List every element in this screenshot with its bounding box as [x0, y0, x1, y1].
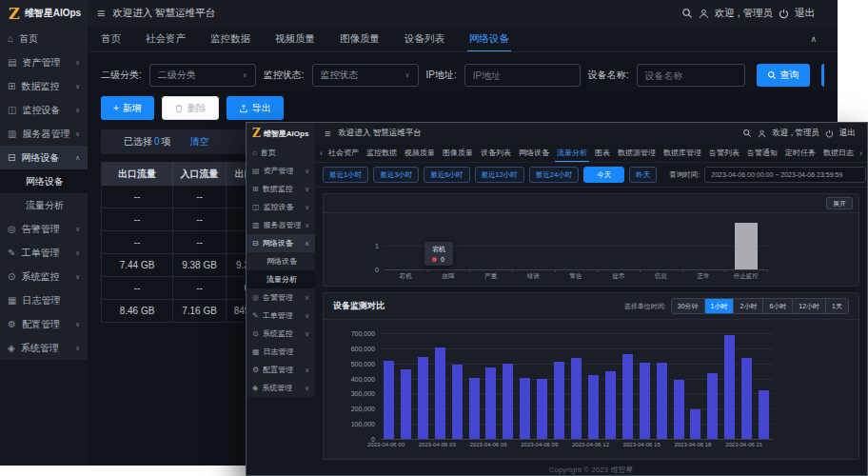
sidebar-item-monitor-device[interactable]: ◫监控设备∨ [0, 98, 88, 122]
traffic-bar[interactable] [469, 378, 480, 439]
tab-图像质量[interactable]: 图像质量 [443, 148, 473, 158]
status-select[interactable]: 监控状态 ∨ [312, 64, 419, 87]
tab-流量分析[interactable]: 流量分析 [557, 148, 587, 158]
traffic-bar[interactable] [401, 369, 411, 439]
sidebar-item-network-device-sub[interactable]: 网络设备 [247, 252, 315, 270]
tab-图像质量[interactable]: 图像质量 [340, 32, 380, 46]
quick-range-button[interactable]: 最近1小时 [323, 167, 368, 183]
sidebar-item-log-management[interactable]: ▦日志管理 [0, 288, 88, 312]
traffic-bar[interactable] [707, 373, 718, 439]
date-range-input[interactable]: 2023-04-06 00:00:00 ~ 2023-04-06 23:59:5… [704, 167, 866, 183]
tab-社会资产[interactable]: 社会资产 [328, 148, 359, 158]
traffic-bar[interactable] [520, 378, 530, 439]
traffic-bar[interactable] [605, 371, 616, 440]
unit-button[interactable]: 1天 [826, 299, 848, 313]
sidebar-item-network-device[interactable]: ⊟网络设备∧ [0, 146, 88, 169]
sidebar-item-config-management[interactable]: ⚙配置管理∨ [247, 361, 315, 379]
traffic-bar[interactable] [657, 363, 667, 439]
search-icon[interactable] [681, 8, 693, 19]
sidebar-item-config-management[interactable]: ⚙配置管理∨ [0, 312, 88, 336]
sidebar-item-home[interactable]: ⌂首页 [0, 27, 88, 50]
menu-toggle-icon[interactable]: ≡ [325, 128, 330, 139]
traffic-bar[interactable] [485, 367, 496, 439]
today-button[interactable]: 今天 [583, 167, 624, 183]
collapse-tabs-icon[interactable]: ∧ [810, 34, 824, 44]
device-name-input[interactable] [645, 70, 737, 81]
tab-数据源管理[interactable]: 数据源管理 [618, 148, 656, 158]
tab-告警通知[interactable]: 告警通知 [747, 148, 778, 158]
delete-button[interactable]: 删除 [162, 96, 219, 120]
expand-button[interactable]: 展开 [826, 197, 853, 209]
tabs-scroll-left-icon[interactable]: ‹ [320, 149, 323, 158]
reset-button[interactable]: 重置 [821, 64, 824, 87]
sidebar-item-asset-management[interactable]: ▤资产管理∨ [0, 50, 88, 74]
sidebar-item-asset-management[interactable]: ▤资产管理∨ [247, 162, 315, 180]
sidebar-item-traffic-analysis[interactable]: 流量分析 [0, 193, 88, 217]
traffic-bar[interactable] [452, 365, 463, 439]
tab-定时任务[interactable]: 定时任务 [785, 148, 816, 158]
tab-设备列表[interactable]: 设备列表 [481, 148, 511, 158]
tab-网络设备[interactable]: 网络设备 [469, 32, 509, 46]
traffic-bar[interactable] [435, 347, 445, 439]
traffic-bar[interactable] [724, 335, 735, 439]
traffic-bar[interactable] [690, 409, 700, 439]
sidebar-item-data-monitor[interactable]: ⊞数据监控∨ [247, 180, 315, 198]
clear-selection-link[interactable]: 清空 [190, 135, 209, 149]
traffic-bar[interactable] [674, 380, 684, 439]
add-button[interactable]: + 新增 [101, 96, 154, 120]
tab-监控数据[interactable]: 监控数据 [210, 32, 250, 46]
sidebar-item-system-management[interactable]: ◈系统管理∨ [247, 379, 315, 397]
traffic-bar[interactable] [554, 362, 564, 439]
sidebar-item-system-management[interactable]: ◈系统管理∨ [0, 336, 88, 360]
traffic-bar[interactable] [759, 390, 769, 439]
unit-button[interactable]: 1小时 [705, 299, 735, 313]
logout-text[interactable]: 退出 [795, 7, 815, 20]
quick-range-button[interactable]: 最近6小时 [424, 167, 469, 183]
tab-告警列表[interactable]: 告警列表 [709, 148, 740, 158]
tab-网络设备[interactable]: 网络设备 [519, 148, 549, 158]
sidebar-item-alert-management[interactable]: ◎告警管理∨ [247, 288, 315, 307]
traffic-bar[interactable] [622, 354, 633, 439]
traffic-bar[interactable] [588, 375, 599, 439]
traffic-bar[interactable] [418, 357, 428, 439]
traffic-bar[interactable] [503, 364, 513, 439]
sidebar-item-network-device[interactable]: ⊟网络设备∧ [247, 234, 315, 252]
traffic-bar[interactable] [537, 379, 547, 439]
tab-数据库管理[interactable]: 数据库管理 [663, 148, 701, 158]
tab-数据日志[interactable]: 数据日志 [823, 148, 854, 158]
sidebar-item-monitor-device[interactable]: ◫监控设备∨ [247, 198, 315, 216]
sidebar-item-network-device-sub[interactable]: 网络设备 [0, 169, 88, 193]
ip-input[interactable] [473, 70, 572, 81]
traffic-bar[interactable] [741, 358, 752, 439]
sidebar-item-data-monitor[interactable]: ⊞数据监控∨ [0, 74, 88, 98]
sidebar-item-work-order[interactable]: ✎工单管理∨ [247, 307, 315, 325]
quick-range-button[interactable]: 最近12小时 [475, 167, 524, 183]
unit-button[interactable]: 6小时 [763, 299, 793, 313]
sidebar-item-traffic-analysis[interactable]: 流量分析 [247, 270, 315, 288]
tab-视频质量[interactable]: 视频质量 [404, 148, 435, 158]
logout-icon[interactable] [779, 9, 789, 19]
sidebar-item-work-order[interactable]: ✎工单管理∨ [0, 241, 88, 265]
sidebar-item-system-monitor[interactable]: ⊙系统监控∨ [247, 325, 315, 343]
quick-range-button[interactable]: 最近3小时 [373, 167, 419, 183]
sidebar-item-server-management[interactable]: ▥服务器管理∨ [247, 216, 315, 234]
logout-text[interactable]: 退出 [839, 128, 856, 139]
category-select[interactable]: 二级分类 ∨ [149, 64, 256, 87]
menu-toggle-icon[interactable]: ≡ [97, 6, 105, 21]
tab-图表[interactable]: 图表 [595, 148, 610, 158]
yesterday-button[interactable]: 昨天 [629, 167, 657, 183]
quick-range-button[interactable]: 最近24小时 [529, 167, 579, 183]
search-button[interactable]: 查询 [757, 64, 810, 87]
tab-首页[interactable]: 首页 [101, 32, 121, 46]
unit-button[interactable]: 30分钟 [672, 299, 705, 313]
traffic-bar[interactable] [384, 361, 394, 439]
tab-社会资产[interactable]: 社会资产 [146, 32, 186, 46]
tab-设备列表[interactable]: 设备列表 [404, 32, 444, 46]
unit-button[interactable]: 2小时 [734, 299, 763, 313]
tab-视频质量[interactable]: 视频质量 [275, 32, 315, 46]
sidebar-item-system-monitor[interactable]: ⊙系统监控∨ [0, 265, 88, 288]
unit-button[interactable]: 12小时 [793, 299, 826, 313]
export-button[interactable]: 导出 [227, 96, 284, 120]
sidebar-item-server-management[interactable]: ▥服务器管理∨ [0, 122, 88, 146]
status-bar[interactable] [735, 223, 758, 269]
